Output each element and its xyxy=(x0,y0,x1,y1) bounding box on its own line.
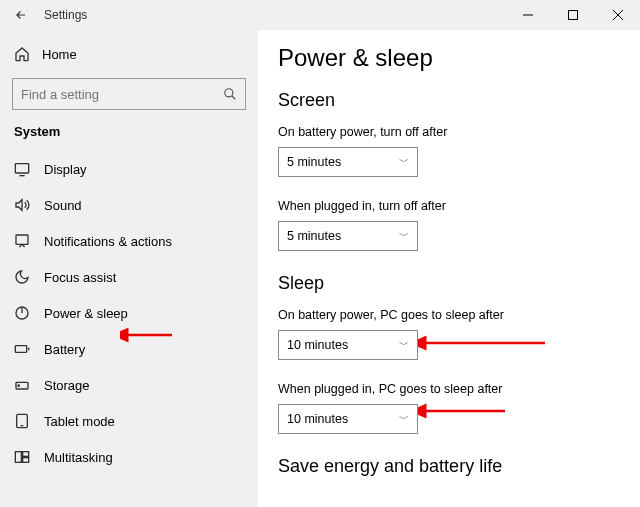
nav-label: Storage xyxy=(44,378,90,393)
section-heading-sleep: Sleep xyxy=(278,273,620,294)
sidebar: Home System Display Sound Notifications … xyxy=(0,30,258,507)
svg-rect-12 xyxy=(15,346,26,353)
section-heading-energy: Save energy and battery life xyxy=(278,456,620,477)
nav-label: Focus assist xyxy=(44,270,116,285)
search-icon xyxy=(223,87,237,101)
home-label: Home xyxy=(42,47,77,62)
nav-power-sleep[interactable]: Power & sleep xyxy=(0,295,258,331)
select-value: 5 minutes xyxy=(287,155,341,169)
category-label: System xyxy=(0,120,258,151)
chevron-down-icon: ﹀ xyxy=(399,338,409,352)
svg-rect-20 xyxy=(23,458,29,463)
search-box[interactable] xyxy=(12,78,246,110)
nav-multitasking[interactable]: Multitasking xyxy=(0,439,258,475)
sleep-plugged-select[interactable]: 10 minutes ﹀ xyxy=(278,404,418,434)
nav-label: Notifications & actions xyxy=(44,234,172,249)
maximize-button[interactable] xyxy=(550,0,595,30)
screen-battery-label: On battery power, turn off after xyxy=(278,125,620,139)
close-button[interactable] xyxy=(595,0,640,30)
home-link[interactable]: Home xyxy=(0,38,258,70)
back-button[interactable] xyxy=(6,8,36,22)
sleep-plugged-label: When plugged in, PC goes to sleep after xyxy=(278,382,620,396)
sleep-battery-select[interactable]: 10 minutes ﹀ xyxy=(278,330,418,360)
titlebar: Settings xyxy=(0,0,640,30)
nav-label: Power & sleep xyxy=(44,306,128,321)
multitasking-icon xyxy=(14,449,30,465)
battery-icon xyxy=(14,341,30,357)
svg-rect-1 xyxy=(568,11,577,20)
nav-label: Sound xyxy=(44,198,82,213)
screen-plugged-label: When plugged in, turn off after xyxy=(278,199,620,213)
nav-label: Tablet mode xyxy=(44,414,115,429)
nav-label: Battery xyxy=(44,342,85,357)
section-heading-screen: Screen xyxy=(278,90,620,111)
svg-point-4 xyxy=(225,89,233,97)
nav-display[interactable]: Display xyxy=(0,151,258,187)
page-title: Power & sleep xyxy=(278,44,620,72)
screen-plugged-select[interactable]: 5 minutes ﹀ xyxy=(278,221,418,251)
nav-storage[interactable]: Storage xyxy=(0,367,258,403)
sleep-battery-label: On battery power, PC goes to sleep after xyxy=(278,308,620,322)
window-title: Settings xyxy=(44,8,87,22)
home-icon xyxy=(14,46,30,62)
nav-sound[interactable]: Sound xyxy=(0,187,258,223)
nav-focus-assist[interactable]: Focus assist xyxy=(0,259,258,295)
select-value: 10 minutes xyxy=(287,338,348,352)
tablet-icon xyxy=(14,413,30,429)
nav-label: Display xyxy=(44,162,87,177)
select-value: 5 minutes xyxy=(287,229,341,243)
sound-icon xyxy=(14,197,30,213)
minimize-button[interactable] xyxy=(505,0,550,30)
svg-rect-19 xyxy=(23,452,29,457)
nav-tablet-mode[interactable]: Tablet mode xyxy=(0,403,258,439)
screen-battery-select[interactable]: 5 minutes ﹀ xyxy=(278,147,418,177)
display-icon xyxy=(14,161,30,177)
svg-marker-8 xyxy=(16,200,22,211)
svg-rect-6 xyxy=(15,164,28,173)
content-pane: Power & sleep Screen On battery power, t… xyxy=(258,30,640,507)
nav-label: Multitasking xyxy=(44,450,113,465)
notifications-icon xyxy=(14,233,30,249)
chevron-down-icon: ﹀ xyxy=(399,412,409,426)
nav-notifications[interactable]: Notifications & actions xyxy=(0,223,258,259)
chevron-down-icon: ﹀ xyxy=(399,229,409,243)
svg-point-15 xyxy=(18,385,19,386)
svg-rect-9 xyxy=(16,235,28,244)
focus-assist-icon xyxy=(14,269,30,285)
nav-battery[interactable]: Battery xyxy=(0,331,258,367)
select-value: 10 minutes xyxy=(287,412,348,426)
storage-icon xyxy=(14,377,30,393)
svg-rect-18 xyxy=(15,452,21,463)
svg-line-5 xyxy=(232,96,236,100)
search-input[interactable] xyxy=(21,87,223,102)
power-icon xyxy=(14,305,30,321)
chevron-down-icon: ﹀ xyxy=(399,155,409,169)
